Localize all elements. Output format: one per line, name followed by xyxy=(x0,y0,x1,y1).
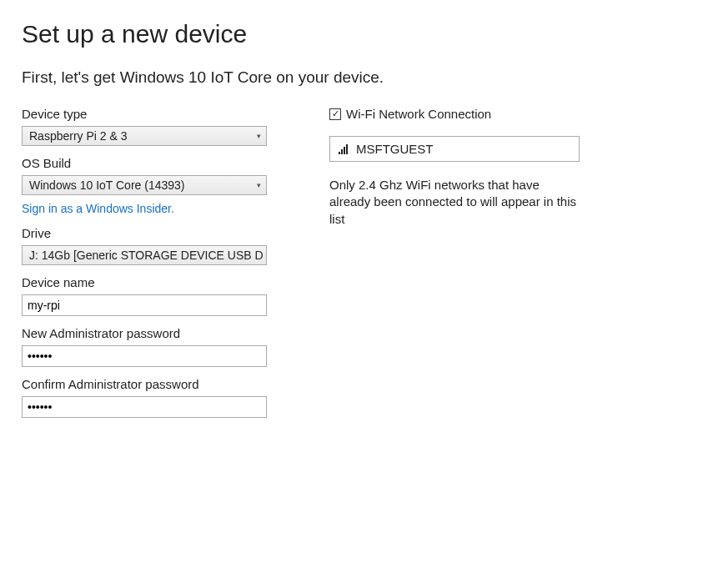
wifi-checkbox-label: Wi-Fi Network Connection xyxy=(346,107,491,121)
windows-insider-link[interactable]: Sign in as a Windows Insider. xyxy=(22,202,174,215)
drive-select[interactable]: J: 14Gb [Generic STORAGE DEVICE USB D ▾ xyxy=(22,245,267,265)
os-build-label: OS Build xyxy=(22,156,268,170)
device-name-label: Device name xyxy=(22,275,268,289)
wifi-network-name: MSFTGUEST xyxy=(356,142,434,156)
device-name-input[interactable] xyxy=(22,294,267,316)
device-type-select[interactable]: Raspberry Pi 2 & 3 ▾ xyxy=(22,126,267,146)
os-build-select[interactable]: Windows 10 IoT Core (14393) ▾ xyxy=(22,175,267,195)
drive-value: J: 14Gb [Generic STORAGE DEVICE USB D xyxy=(29,249,264,262)
wifi-note-text: Only 2.4 Ghz WiFi networks that have alr… xyxy=(329,177,580,228)
device-type-label: Device type xyxy=(22,107,268,121)
new-password-label: New Administrator password xyxy=(22,326,268,340)
wifi-network-list: MSFTGUEST xyxy=(329,136,580,162)
confirm-password-input[interactable] xyxy=(22,396,267,418)
page-subtitle: First, let's get Windows 10 IoT Core on … xyxy=(22,68,708,87)
os-build-value: Windows 10 IoT Core (14393) xyxy=(29,178,185,192)
chevron-down-icon: ▾ xyxy=(257,181,261,189)
confirm-password-label: Confirm Administrator password xyxy=(22,377,268,391)
chevron-down-icon: ▾ xyxy=(257,132,261,140)
wifi-signal-icon xyxy=(339,144,348,154)
page-title: Set up a new device xyxy=(22,20,708,48)
wifi-checkbox[interactable]: ✓ xyxy=(329,108,341,120)
drive-label: Drive xyxy=(22,226,268,240)
new-password-input[interactable] xyxy=(22,345,267,367)
wifi-network-item[interactable]: MSFTGUEST xyxy=(330,137,579,161)
device-type-value: Raspberry Pi 2 & 3 xyxy=(29,129,128,143)
